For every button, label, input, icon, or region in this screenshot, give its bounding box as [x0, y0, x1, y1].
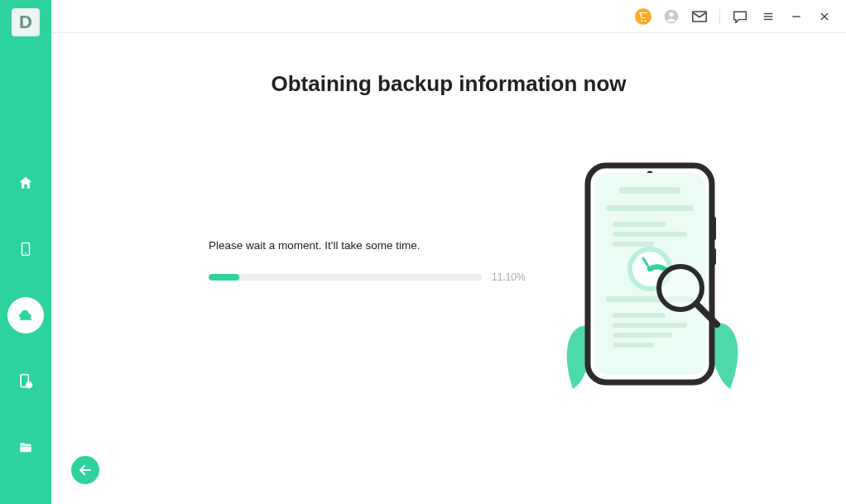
phone-icon [18, 241, 33, 257]
sidebar-item-cloud[interactable] [0, 297, 51, 334]
cart-button[interactable] [632, 5, 655, 28]
sidebar-nav: ! [0, 165, 51, 466]
cloud-icon [17, 307, 34, 324]
user-icon [663, 8, 680, 25]
minimize-icon [791, 11, 802, 22]
svg-rect-26 [613, 323, 687, 328]
menu-button[interactable] [757, 5, 780, 28]
phone-illustration [540, 157, 771, 406]
titlebar [51, 0, 846, 33]
svg-text:!: ! [28, 383, 30, 388]
device-alert-icon: ! [17, 373, 34, 390]
logo-letter: D [19, 12, 32, 33]
wait-text: Please wait a moment. It'll take some ti… [209, 239, 540, 252]
progress-row: 11.10% [209, 271, 540, 283]
progress-percent-label: 11.10% [492, 271, 526, 283]
svg-rect-21 [613, 222, 666, 227]
svg-rect-28 [613, 343, 654, 348]
svg-rect-16 [712, 217, 716, 240]
chat-icon [733, 10, 747, 23]
progress-block: Please wait a moment. It'll take some ti… [209, 239, 540, 283]
folder-icon [17, 440, 34, 455]
progress-fill [209, 274, 239, 281]
sidebar-item-device-alert[interactable]: ! [0, 363, 51, 400]
svg-rect-27 [613, 333, 672, 338]
user-button[interactable] [660, 5, 683, 28]
feedback-button[interactable] [728, 5, 752, 28]
sidebar: D ! [0, 0, 51, 504]
sidebar-item-home[interactable] [0, 165, 51, 201]
back-arrow-icon [78, 463, 93, 478]
svg-rect-17 [712, 248, 716, 265]
svg-rect-23 [613, 242, 654, 247]
mail-button[interactable] [688, 5, 711, 28]
svg-point-31 [647, 266, 652, 271]
close-button[interactable] [813, 5, 836, 28]
home-icon [17, 175, 34, 191]
svg-rect-25 [613, 313, 666, 318]
content-area: Obtaining backup information now Please … [51, 0, 846, 504]
cart-icon [635, 8, 651, 25]
svg-rect-19 [619, 187, 680, 194]
titlebar-separator [719, 9, 720, 24]
svg-rect-22 [613, 232, 687, 237]
progress-bar [209, 274, 482, 281]
close-icon [819, 11, 830, 22]
app-logo: D [12, 8, 40, 36]
page-title: Obtaining backup information now [101, 71, 796, 97]
svg-rect-20 [606, 205, 694, 211]
sidebar-item-folder[interactable] [0, 430, 51, 466]
minimize-button[interactable] [785, 5, 808, 28]
menu-icon [762, 11, 775, 22]
main-panel: Obtaining backup information now Please … [51, 33, 846, 504]
svg-point-6 [669, 12, 673, 16]
mail-icon [692, 11, 707, 22]
back-button[interactable] [71, 456, 99, 484]
sidebar-item-device[interactable] [0, 231, 51, 267]
